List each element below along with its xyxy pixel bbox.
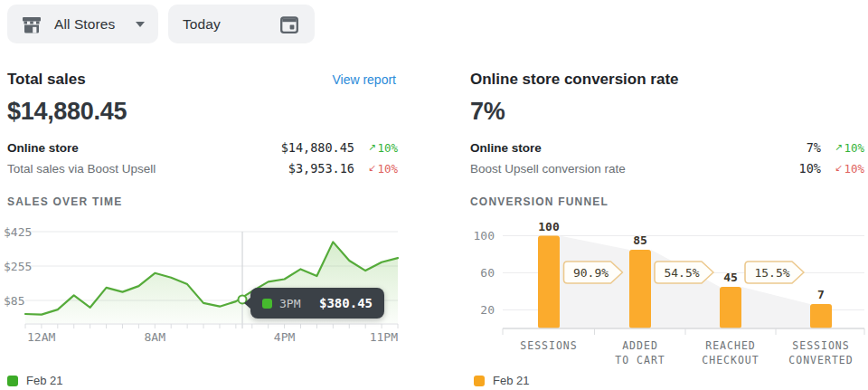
y-tick-label: 20	[480, 303, 495, 317]
metric-label: Online store	[470, 141, 722, 155]
category-label: SESSIONS	[792, 339, 849, 352]
category-label: REACHED	[705, 339, 755, 352]
funnel-bar[interactable]	[629, 250, 651, 328]
metric-change-up: ↗10%	[354, 141, 398, 155]
metric-change-value: 10%	[377, 141, 398, 155]
category-label: SESSIONS	[520, 339, 577, 352]
y-tick-label: 60	[480, 266, 495, 280]
chevron-down-icon	[136, 22, 145, 27]
funnel-wedge	[741, 287, 810, 328]
date-filter-label: Today	[183, 16, 221, 33]
trend-up-icon: ↗	[835, 141, 844, 152]
date-filter-button[interactable]: Today	[168, 5, 315, 43]
metric-row-online-store: Online store $14,880.45 ↗10%	[7, 140, 398, 161]
step-percent-label: 15.5%	[754, 266, 789, 280]
sales-chart-legend: Feb 21	[7, 374, 62, 387]
metric-value: $3,953.16	[255, 161, 354, 176]
metric-row-boost-upsell: Total sales via Boost Upsell $3,953.16 ↙…	[7, 161, 398, 182]
total-sales-title: Total sales	[7, 71, 86, 89]
tooltip-time: 3PM	[279, 297, 300, 310]
y-tick-label: 100	[474, 229, 495, 243]
total-sales-breakdown: Online store $14,880.45 ↗10% Total sales…	[7, 140, 398, 182]
metric-change-value: 10%	[377, 162, 398, 176]
bar-value-label: 100	[538, 220, 560, 233]
sales-over-time-chart[interactable]: $425$255$8512AM8AM4PM11PM	[0, 221, 405, 347]
x-tick-label: 12AM	[27, 330, 55, 344]
metric-label: Online store	[7, 141, 255, 155]
calendar-icon	[278, 14, 300, 35]
conversion-funnel-heading: CONVERSION FUNNEL	[470, 195, 609, 208]
legend-green-swatch-icon	[7, 376, 18, 386]
metric-value: 7%	[722, 140, 821, 155]
metric-row-online-store: Online store 7% ↗10%	[470, 140, 864, 161]
step-percent-label: 90.9%	[573, 266, 609, 280]
metric-value: $14,880.45	[255, 140, 354, 155]
metric-label: Total sales via Boost Upsell	[7, 162, 255, 176]
funnel-chart-legend: Feb 21	[474, 374, 529, 387]
metric-change-value: 10%	[844, 141, 864, 155]
tooltip-value: $380.45	[319, 296, 373, 310]
category-label: CHECKOUT	[702, 354, 759, 366]
storefront-icon	[21, 14, 42, 34]
funnel-bar[interactable]	[538, 236, 560, 329]
x-tick-label: 8AM	[145, 330, 166, 344]
metric-label: Boost Upsell conversion rate	[470, 162, 722, 176]
category-label: ADDED	[622, 339, 658, 352]
category-label: TO CART	[615, 354, 665, 366]
conversion-rate-amount: 7%	[470, 98, 505, 126]
bar-value-label: 45	[723, 271, 738, 284]
funnel-bar[interactable]	[720, 287, 741, 328]
total-sales-amount: $14,880.45	[7, 98, 127, 126]
legend-label: Feb 21	[493, 374, 529, 387]
metric-change-down: ↙10%	[821, 162, 864, 176]
legend-label: Feb 21	[26, 374, 62, 387]
category-label: CONVERTED	[788, 354, 853, 366]
bar-value-label: 85	[633, 233, 647, 247]
conversion-rate-title: Online store conversion rate	[470, 71, 679, 89]
store-filter-label: All Stores	[54, 16, 115, 33]
metric-change-up: ↗10%	[821, 141, 864, 155]
y-tick-label: $255	[4, 260, 32, 273]
trend-down-icon: ↙	[369, 162, 377, 173]
conversion-funnel-chart[interactable]: 10060201008545790.9%54.5%15.5%SESSIONSAD…	[470, 215, 868, 369]
y-tick-label: $85	[4, 294, 24, 308]
y-tick-label: $425	[4, 225, 32, 239]
chart-tooltip: 3PM $380.45	[250, 288, 384, 319]
step-percent-label: 54.5%	[664, 266, 699, 280]
view-report-link[interactable]: View report	[332, 72, 396, 87]
legend-orange-swatch-icon	[474, 376, 485, 386]
trend-down-icon: ↙	[835, 162, 844, 173]
conversion-breakdown: Online store 7% ↗10% Boost Upsell conver…	[470, 140, 864, 182]
bar-value-label: 7	[817, 288, 825, 301]
sales-over-time-heading: SALES OVER TIME	[7, 195, 122, 208]
store-filter-button[interactable]: All Stores	[7, 5, 158, 43]
metric-value: 10%	[722, 161, 821, 176]
dashboard: All Stores Today Total sales View report…	[0, 0, 868, 390]
trend-up-icon: ↗	[369, 141, 377, 152]
metric-row-boost-upsell: Boost Upsell conversion rate 10% ↙10%	[470, 161, 864, 182]
funnel-bar[interactable]	[810, 304, 832, 328]
x-tick-label: 4PM	[274, 330, 296, 344]
metric-change-down: ↙10%	[354, 162, 398, 176]
metric-change-value: 10%	[844, 162, 864, 176]
x-tick-label: 11PM	[370, 330, 398, 344]
series-swatch-icon	[262, 299, 272, 309]
